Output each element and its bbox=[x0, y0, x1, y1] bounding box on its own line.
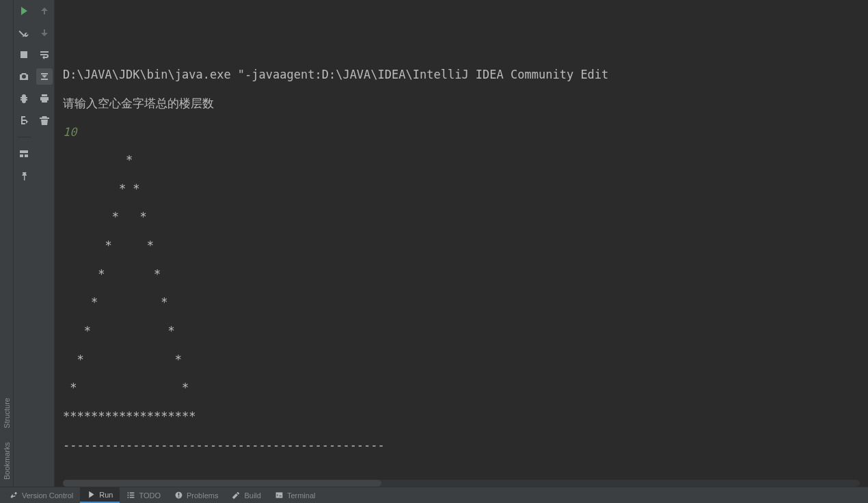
run-toolbar-column-2 bbox=[34, 0, 55, 487]
hammer-icon bbox=[232, 491, 241, 500]
problems-tab[interactable]: Problems bbox=[167, 487, 225, 503]
run-button[interactable] bbox=[16, 3, 32, 19]
camera-icon bbox=[18, 71, 29, 82]
pyramid-line: * * bbox=[63, 260, 860, 289]
arrow-down-button[interactable] bbox=[36, 25, 53, 41]
terminal-icon bbox=[275, 491, 284, 500]
todo-label: TODO bbox=[139, 491, 161, 500]
pyramid-line: * * bbox=[63, 232, 860, 260]
pyramid-line: * * bbox=[63, 346, 860, 375]
todo-tab[interactable]: TODO bbox=[120, 487, 167, 503]
left-vertical-sidebar: Structure Bookmarks bbox=[0, 0, 14, 487]
terminal-label: Terminal bbox=[287, 491, 316, 500]
scroll-to-end-icon bbox=[39, 71, 50, 82]
pyramid-line: * * bbox=[63, 203, 860, 232]
play-icon bbox=[18, 5, 29, 16]
trash-button[interactable] bbox=[36, 112, 53, 128]
arrow-down-icon bbox=[39, 27, 50, 38]
bug-button[interactable] bbox=[16, 90, 32, 107]
wrench-button[interactable] bbox=[16, 25, 32, 41]
play-icon bbox=[87, 490, 96, 499]
pyramid-line: ******************* bbox=[63, 403, 860, 431]
pyramid-line: * * bbox=[63, 288, 860, 317]
scroll-to-end-button[interactable] bbox=[36, 68, 53, 85]
arrow-up-button[interactable] bbox=[36, 3, 53, 19]
pin-icon bbox=[18, 170, 29, 181]
terminal-tab[interactable]: Terminal bbox=[268, 487, 323, 503]
svg-rect-0 bbox=[21, 51, 27, 58]
layout-icon bbox=[18, 148, 29, 159]
pin-button[interactable] bbox=[16, 167, 32, 184]
layout-button[interactable] bbox=[16, 146, 32, 162]
bug-icon bbox=[18, 93, 29, 104]
scrollbar-thumb[interactable] bbox=[63, 480, 381, 487]
soft-wrap-button[interactable] bbox=[36, 46, 53, 63]
separator bbox=[17, 137, 31, 137]
warning-icon bbox=[174, 491, 183, 500]
exit-button[interactable] bbox=[16, 112, 32, 128]
run-tab[interactable]: Run bbox=[80, 487, 120, 503]
trash-icon bbox=[39, 115, 50, 126]
list-icon bbox=[126, 491, 135, 500]
separator-line: ----------------------------------------… bbox=[63, 431, 860, 460]
run-label: Run bbox=[99, 491, 113, 499]
structure-tab[interactable]: Structure bbox=[3, 398, 11, 429]
svg-rect-3 bbox=[25, 154, 28, 157]
arrow-up-icon bbox=[39, 5, 50, 16]
version-control-tab[interactable]: Version Control bbox=[3, 487, 80, 503]
pyramid-line: * bbox=[63, 146, 860, 175]
horizontal-scrollbar[interactable] bbox=[63, 480, 860, 487]
pyramid-line: * * bbox=[63, 374, 860, 403]
print-button[interactable] bbox=[36, 90, 53, 107]
version-control-label: Version Control bbox=[22, 491, 73, 500]
soft-wrap-icon bbox=[39, 49, 50, 60]
prompt-line: 请输入空心金字塔总的楼层数 bbox=[63, 90, 860, 118]
camera-button[interactable] bbox=[16, 68, 32, 85]
build-label: Build bbox=[244, 491, 260, 500]
run-toolbar-column-1 bbox=[14, 0, 34, 487]
branch-icon bbox=[10, 491, 18, 500]
exit-icon bbox=[18, 115, 29, 126]
print-icon bbox=[39, 93, 50, 104]
build-tab[interactable]: Build bbox=[225, 487, 267, 503]
bottom-tool-bar: Version Control Run TODO Problems Build … bbox=[0, 487, 868, 503]
pyramid-line: * * bbox=[63, 317, 860, 346]
stop-button[interactable] bbox=[16, 46, 32, 63]
bookmarks-tab[interactable]: Bookmarks bbox=[3, 442, 11, 480]
wrench-icon bbox=[18, 27, 29, 38]
svg-rect-5 bbox=[276, 492, 283, 498]
console-output-area[interactable]: D:\JAVA\JDK\bin\java.exe "-javaagent:D:\… bbox=[55, 0, 868, 487]
console-content: D:\JAVA\JDK\bin\java.exe "-javaagent:D:\… bbox=[63, 4, 860, 487]
command-line: D:\JAVA\JDK\bin\java.exe "-javaagent:D:\… bbox=[63, 61, 860, 90]
stop-icon bbox=[18, 49, 29, 60]
svg-rect-1 bbox=[20, 150, 28, 153]
svg-rect-2 bbox=[20, 154, 23, 157]
user-input-line: 10 bbox=[63, 118, 860, 147]
pyramid-line: * * bbox=[63, 175, 860, 204]
problems-label: Problems bbox=[187, 491, 218, 500]
